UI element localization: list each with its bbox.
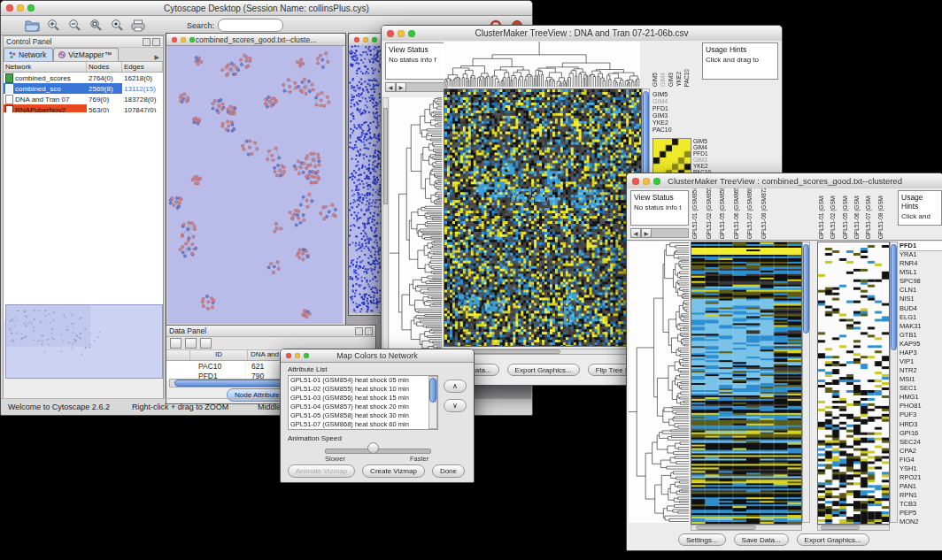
scroll-left-icon[interactable]: ◀ — [630, 228, 641, 238]
tv2-titlebar[interactable]: ClusterMaker TreeView : combined_scores_… — [627, 173, 942, 189]
gene-label[interactable]: MAK31 — [900, 322, 942, 331]
zoom-fit-icon[interactable] — [88, 19, 104, 33]
zoom-window-icon[interactable] — [372, 37, 377, 42]
gene-label[interactable]: YRA1 — [900, 250, 942, 259]
gene-label[interactable]: ELG1 — [900, 313, 942, 322]
row-gene-label[interactable]: YKE2 — [652, 119, 693, 127]
animation-speed-slider-thumb[interactable] — [367, 442, 379, 454]
dialog-button[interactable]: Animate Vizmap — [288, 464, 355, 478]
attribute-list-item[interactable]: GPL51-07 (GSM868) heat shock 60 min — [289, 420, 437, 429]
attribute-list-item[interactable]: GPL51-01 (GSM854) heat shock 05 min — [289, 376, 437, 385]
gene-label[interactable]: SEC24 — [900, 438, 942, 447]
scrollbar-thumb[interactable] — [696, 525, 756, 530]
row-gene-label[interactable]: PFD1 — [652, 105, 693, 112]
gene-label[interactable]: PFD1 — [900, 242, 942, 250]
zoom-window-icon[interactable] — [27, 4, 35, 12]
move-down-button[interactable]: ∨ — [444, 399, 467, 412]
heatmap-right-vscrollbar[interactable] — [890, 242, 898, 523]
dendro-zoom-scrollbar[interactable]: ◀ ▶ — [630, 228, 689, 238]
array-column-label[interactable]: GPL51-05 (GSM858 — [841, 196, 853, 239]
column-gene-label[interactable]: GIM4 — [659, 73, 667, 87]
zoom-selected-icon[interactable] — [109, 19, 125, 33]
float-panel-icon[interactable] — [143, 38, 151, 46]
search-input[interactable] — [218, 19, 283, 32]
network1-titlebar[interactable]: combined_scores_good.txt--cluste... — [166, 34, 345, 46]
row-gene-label[interactable]: GIM5 — [652, 91, 693, 98]
network-table-row[interactable]: combined_scores 2764(0) 16218(0) — [4, 73, 163, 83]
network-table-row[interactable]: DNA and Tran 07 769(0) 183728(0) — [4, 94, 163, 104]
expression-heatmap-left[interactable] — [691, 242, 802, 525]
scroll-left-icon[interactable]: ◀ — [385, 82, 396, 92]
gene-label[interactable]: RPN1 — [900, 491, 942, 500]
column-gene-label[interactable]: GIM5 — [651, 73, 659, 87]
matrix-gene-label[interactable]: GIM4 — [693, 144, 729, 150]
gene-label[interactable]: PEP5 — [900, 509, 942, 518]
row-dendrogram[interactable] — [390, 97, 442, 352]
heatmap-left-vscrollbar[interactable] — [802, 242, 810, 523]
gene-label[interactable]: CLN1 — [900, 286, 942, 295]
column-dendrogram[interactable] — [444, 42, 640, 87]
printer-icon[interactable] — [130, 19, 146, 33]
column-gene-label[interactable]: GIM3 — [667, 73, 675, 87]
row-dendrogram[interactable] — [629, 242, 689, 523]
array-column-label[interactable]: GPL51-02 (GSM855 — [829, 196, 840, 239]
gene-label[interactable]: TCB3 — [900, 500, 942, 509]
attribute-list-scrollbar[interactable] — [429, 376, 437, 429]
heatmap-left-hscrollbar[interactable] — [691, 525, 802, 531]
minimize-icon[interactable] — [17, 4, 24, 12]
left-vscrollbar[interactable] — [382, 97, 389, 352]
main-titlebar[interactable]: Cytoscape Desktop (Session Name: collins… — [1, 1, 532, 16]
close-icon[interactable] — [632, 178, 639, 185]
array-column-label[interactable]: GPL51-01 (GSM854 — [691, 188, 705, 239]
array-column-label[interactable]: GPL51-06 (GSM865 — [853, 196, 864, 239]
matrix-gene-label[interactable]: GIM5 — [693, 138, 729, 144]
scrollbar-thumb[interactable] — [429, 378, 436, 403]
minimize-icon[interactable] — [363, 37, 368, 42]
zoom-in-icon[interactable] — [45, 19, 61, 33]
create-attribute-icon[interactable] — [185, 338, 197, 349]
close-icon[interactable] — [286, 353, 291, 358]
matrix-gene-label[interactable]: GIM3 — [693, 157, 729, 163]
treeview-button[interactable]: Save Data... — [734, 533, 789, 546]
treeview-button[interactable]: Export Graphics... — [507, 364, 580, 376]
tv1-titlebar[interactable]: ClusterMaker TreeView : DNA and Tran 07-… — [382, 26, 782, 42]
matrix-gene-label[interactable]: PFD1 — [693, 150, 729, 157]
array-column-label[interactable]: GPL51-01 (GSM854 — [817, 196, 829, 239]
attribute-function-icon[interactable] — [200, 338, 212, 349]
treeview-button[interactable]: Settings... — [678, 533, 726, 546]
gene-label[interactable]: YSH1 — [900, 464, 942, 473]
attribute-list-item[interactable]: GPL51-03 (GSM856) heat shock 15 min — [289, 394, 437, 403]
expression-heatmap[interactable] — [444, 88, 642, 347]
minimize-icon[interactable] — [181, 37, 186, 42]
tab-vizmapper[interactable]: VizMapper™ — [53, 48, 119, 61]
zoom-window-icon[interactable] — [304, 353, 309, 358]
tab-overflow-arrow[interactable]: ▶ — [151, 54, 163, 61]
array-column-label[interactable]: GPL51-08 (GSM872 — [760, 188, 774, 239]
zoom-out-icon[interactable] — [66, 19, 82, 33]
minimize-icon[interactable] — [295, 353, 300, 358]
array-column-label[interactable]: GPL51-02 (GSM855 — [705, 188, 719, 239]
expression-heatmap-right[interactable] — [817, 242, 890, 525]
gene-label[interactable]: MON2 — [900, 518, 942, 526]
zoom-window-icon[interactable] — [189, 37, 195, 42]
scroll-right-icon[interactable]: ▶ — [641, 228, 652, 238]
gene-label[interactable]: HAP3 — [900, 349, 942, 357]
zoom-window-icon[interactable] — [408, 30, 415, 37]
attribute-list-item[interactable]: GPL51-04 (GSM857) heat shock 20 min — [289, 403, 437, 411]
tab-network[interactable]: Network — [4, 48, 53, 61]
select-attributes-icon[interactable] — [170, 338, 181, 349]
gene-label[interactable]: SPC98 — [900, 277, 942, 286]
gene-label[interactable]: PUF3 — [900, 410, 942, 419]
gene-label[interactable]: KAP95 — [900, 340, 942, 349]
array-column-label[interactable]: GPL51-07 (GSM868 — [745, 188, 760, 239]
scrollbar-thumb[interactable] — [383, 108, 388, 204]
dialog-button[interactable]: Create Vizmap — [362, 464, 425, 478]
scrollbar-thumb[interactable] — [891, 244, 897, 350]
gene-label[interactable]: NIS1 — [900, 295, 942, 303]
open-folder-icon[interactable] — [24, 19, 40, 33]
gene-label[interactable]: GTB1 — [900, 331, 942, 340]
similarity-matrix[interactable] — [652, 138, 691, 177]
birdseye-view[interactable] — [5, 304, 163, 379]
array-column-label[interactable]: GPL51-08 (GSM872 — [876, 196, 888, 239]
row-gene-label[interactable]: GIM3 — [652, 112, 693, 119]
